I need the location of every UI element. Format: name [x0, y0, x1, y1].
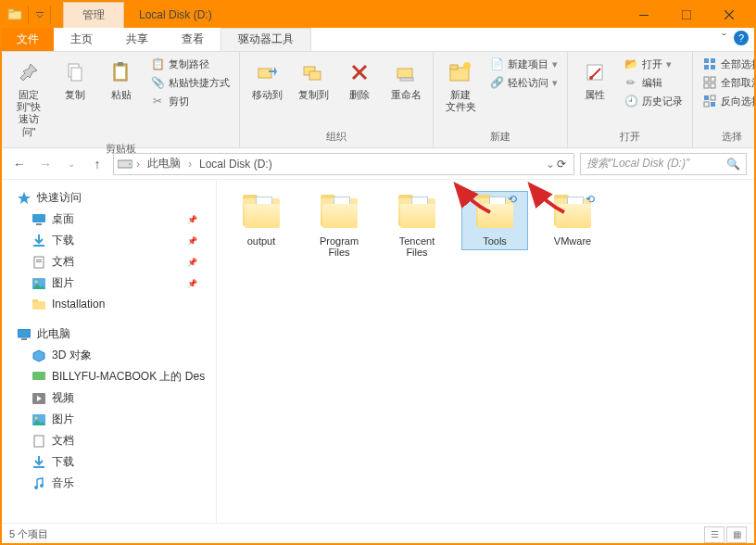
ribbon-group-clipboard: 固定到"快 速访问" 复制 粘贴 📋 复制路径 📎	[2, 52, 240, 147]
sync-icon: ⟲	[506, 193, 519, 206]
icons-view-button[interactable]: ▦	[726, 526, 747, 543]
copy-path-button[interactable]: 📋 复制路径	[146, 56, 233, 72]
downloads-icon	[32, 234, 46, 248]
tab-file[interactable]: 文件	[2, 28, 54, 51]
svg-rect-4	[682, 10, 691, 19]
rename-button[interactable]: 重命名	[384, 56, 427, 103]
folder-icon	[317, 195, 361, 232]
maximize-button[interactable]	[665, 2, 708, 28]
search-placeholder: 搜索"Local Disk (D:)"	[586, 156, 689, 171]
ribbon-group-open: 属性 📂 打开 ▾ ✏ 编辑 🕘 历史记录 打开	[568, 52, 693, 147]
svg-point-53	[40, 484, 44, 488]
svg-rect-36	[33, 245, 44, 247]
tab-share[interactable]: 共享	[109, 28, 165, 51]
svg-rect-31	[711, 102, 715, 107]
nav-pictures[interactable]: 图片 📌	[6, 272, 212, 294]
nav-forward-button[interactable]: →	[35, 154, 56, 174]
breadcrumb-this-pc[interactable]: 此电脑	[144, 156, 184, 171]
folder-label: Tencent Files	[387, 235, 447, 258]
music-icon	[32, 476, 46, 491]
svg-point-52	[34, 486, 38, 489]
nav-3d-objects[interactable]: 3D 对象	[6, 345, 212, 366]
cut-button[interactable]: ✂ 剪切	[146, 93, 233, 109]
folder-item[interactable]: Program Files	[306, 191, 372, 261]
nav-macbook[interactable]: BILLYFU-MACBOOK 上的 Des	[6, 366, 212, 387]
paste-shortcut-button[interactable]: 📎 粘贴快捷方式	[146, 74, 233, 91]
pin-to-quick-access-button[interactable]: 固定到"快 速访问"	[7, 56, 50, 140]
tab-drive-tools[interactable]: 驱动器工具	[220, 28, 311, 51]
svg-rect-27	[711, 83, 715, 88]
move-to-icon	[252, 57, 282, 87]
nav-installation[interactable]: Installation	[6, 294, 212, 314]
nav-documents2[interactable]: 文档	[6, 430, 212, 451]
folder-item[interactable]: Tencent Files	[384, 191, 450, 261]
qat-dropdown-icon[interactable]	[28, 6, 46, 24]
properties-button[interactable]: 属性	[573, 56, 616, 103]
svg-rect-25	[711, 77, 715, 82]
content-pane[interactable]: output Program Files Tencent Files ⟲ Too…	[217, 180, 754, 523]
copy-path-icon: 📋	[150, 57, 165, 71]
new-item-button[interactable]: 📄 新建项目 ▾	[485, 56, 561, 72]
collapse-ribbon-icon[interactable]: ˇ	[722, 32, 726, 46]
svg-rect-34	[32, 214, 45, 222]
folder-item[interactable]: output	[228, 191, 295, 250]
move-to-button[interactable]: 移动到	[246, 56, 288, 103]
close-button[interactable]	[708, 2, 750, 28]
select-none-button[interactable]: 全部取消	[699, 74, 756, 91]
tab-view[interactable]: 查看	[165, 28, 220, 51]
context-tab-manage[interactable]: 管理	[63, 2, 124, 29]
search-input[interactable]: 搜索"Local Disk (D:)" 🔍	[580, 153, 747, 175]
group-label-organize: 组织	[246, 128, 427, 144]
pin-indicator-icon: 📌	[187, 258, 210, 267]
delete-button[interactable]: 删除	[338, 56, 381, 103]
folder-item[interactable]: ⟲ Tools	[461, 191, 528, 250]
nav-downloads2[interactable]: 下载	[6, 451, 212, 473]
invert-selection-icon	[702, 94, 717, 108]
minimize-button[interactable]	[623, 2, 665, 28]
breadcrumb-current[interactable]: Local Disk (D:)	[195, 158, 276, 171]
svg-rect-30	[704, 102, 709, 107]
edit-button[interactable]: ✏ 编辑	[620, 74, 687, 91]
invert-selection-button[interactable]: 反向选择	[699, 93, 756, 109]
help-icon[interactable]: ?	[734, 31, 749, 45]
ribbon-tabs: 文件 主页 共享 查看 驱动器工具 ˇ ?	[2, 28, 754, 52]
select-none-icon	[702, 75, 717, 90]
svg-rect-22	[704, 65, 709, 70]
select-all-button[interactable]: 全部选择	[699, 56, 756, 72]
svg-rect-24	[704, 77, 709, 82]
address-field[interactable]: › 此电脑 › Local Disk (D:) ⌄ ⟳	[113, 153, 574, 175]
new-folder-button[interactable]: 新建 文件夹	[439, 56, 482, 115]
address-bar: ← → ⌄ ↑ › 此电脑 › Local Disk (D:) ⌄ ⟳ 搜索"L…	[2, 148, 754, 180]
nav-recent-button[interactable]: ⌄	[61, 154, 82, 174]
nav-back-button[interactable]: ←	[9, 154, 30, 174]
svg-point-17	[463, 62, 471, 70]
properties-icon	[580, 57, 610, 87]
refresh-icon[interactable]: ⟳	[557, 158, 566, 171]
nav-documents[interactable]: 文档 📌	[6, 251, 212, 272]
history-button[interactable]: 🕘 历史记录	[620, 93, 687, 109]
svg-rect-14	[400, 78, 413, 81]
tab-home[interactable]: 主页	[54, 28, 109, 51]
details-view-button[interactable]: ☰	[704, 526, 724, 543]
nav-videos[interactable]: 视频	[6, 387, 212, 409]
folder-icon	[6, 6, 24, 24]
svg-rect-2	[36, 12, 44, 13]
documents-icon	[32, 255, 46, 270]
nav-music[interactable]: 音乐	[6, 473, 212, 494]
nav-quick-access[interactable]: 快速访问	[6, 187, 212, 209]
open-button[interactable]: 📂 打开 ▾	[620, 56, 687, 72]
nav-this-pc[interactable]: 此电脑	[6, 323, 212, 345]
nav-downloads[interactable]: 下载 📌	[6, 230, 212, 251]
pin-indicator-icon: 📌	[187, 279, 210, 288]
paste-button[interactable]: 粘贴	[100, 56, 143, 103]
copy-to-button[interactable]: 复制到	[292, 56, 334, 103]
nav-up-button[interactable]: ↑	[87, 154, 107, 174]
nav-pictures2[interactable]: 图片	[6, 409, 212, 430]
folder-item[interactable]: ⟲ VMware	[539, 191, 606, 250]
group-label-select: 选择	[699, 128, 756, 144]
easy-access-button[interactable]: 🔗 轻松访问 ▾	[485, 74, 561, 91]
svg-rect-45	[21, 338, 27, 340]
address-dropdown-icon[interactable]: ⌄	[546, 158, 555, 171]
nav-desktop[interactable]: 桌面 📌	[6, 209, 212, 230]
copy-button[interactable]: 复制	[54, 56, 96, 103]
